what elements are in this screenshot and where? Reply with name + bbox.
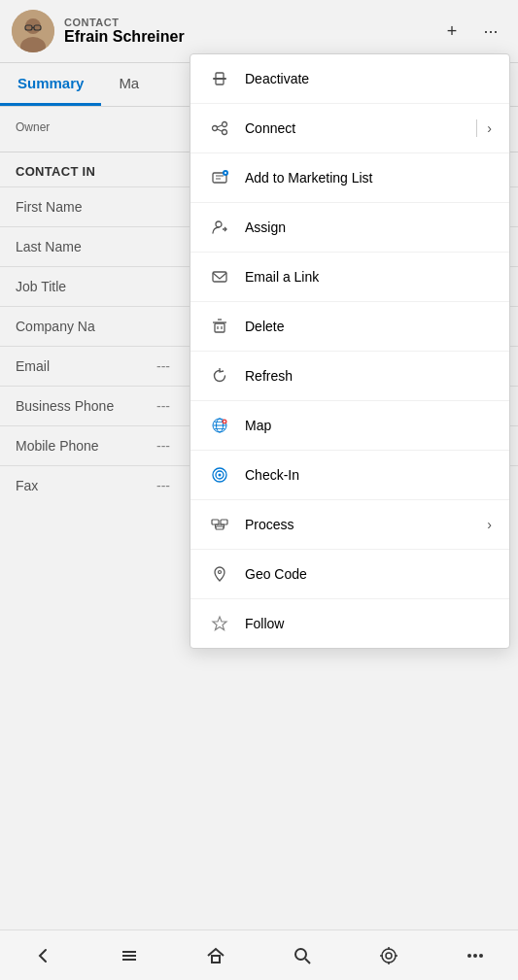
svg-rect-38: [221, 520, 227, 524]
svg-line-50: [305, 959, 310, 963]
deactivate-icon: [208, 67, 231, 90]
assign-label: Assign: [245, 220, 492, 235]
process-label: Process: [245, 517, 487, 532]
svg-line-12: [218, 129, 223, 131]
svg-rect-21: [213, 272, 226, 282]
svg-point-9: [223, 122, 227, 127]
assign-icon: [208, 216, 231, 239]
menu-item-add-marketing[interactable]: Add to Marketing List: [190, 153, 509, 203]
map-icon: [208, 414, 231, 437]
more-nav-button[interactable]: [454, 934, 497, 977]
add-marketing-label: Add to Marketing List: [245, 170, 492, 186]
menu-item-assign[interactable]: Assign: [190, 203, 509, 253]
svg-point-51: [382, 949, 396, 963]
menu-item-email-link[interactable]: Email a Link: [190, 253, 509, 302]
menu-item-checkin[interactable]: Check-In: [190, 451, 509, 500]
svg-point-59: [479, 954, 483, 958]
menu-button[interactable]: [108, 934, 151, 977]
svg-point-8: [213, 126, 218, 131]
svg-point-10: [223, 130, 227, 135]
svg-point-43: [219, 571, 222, 574]
process-icon: [208, 513, 231, 536]
svg-rect-37: [212, 520, 219, 524]
home-button[interactable]: [194, 934, 237, 977]
email-link-icon: [208, 265, 231, 288]
geocode-label: Geo Code: [245, 566, 492, 582]
svg-point-58: [473, 954, 477, 958]
connect-label: Connect: [245, 120, 476, 136]
follow-icon: [208, 612, 231, 635]
connect-icon: [208, 117, 231, 140]
svg-point-57: [467, 954, 471, 958]
delete-label: Delete: [245, 319, 492, 334]
target-button[interactable]: [367, 934, 410, 977]
menu-item-geocode[interactable]: Geo Code: [190, 550, 509, 599]
deactivate-label: Deactivate: [245, 71, 492, 86]
menu-item-connect[interactable]: Connect ›: [190, 104, 509, 153]
checkin-label: Check-In: [245, 467, 492, 483]
refresh-icon: [208, 364, 231, 388]
menu-item-refresh[interactable]: Refresh: [190, 352, 509, 401]
delete-icon: [208, 315, 231, 338]
email-link-label: Email a Link: [245, 269, 492, 285]
svg-rect-48: [212, 956, 220, 963]
search-button[interactable]: [281, 934, 324, 977]
menu-item-follow[interactable]: Follow: [190, 599, 509, 648]
svg-rect-39: [216, 526, 224, 529]
follow-label: Follow: [245, 616, 492, 631]
process-chevron: ›: [487, 517, 492, 532]
svg-marker-44: [213, 617, 226, 630]
checkin-icon: [208, 463, 231, 487]
svg-rect-6: [213, 78, 226, 80]
svg-point-19: [216, 221, 222, 227]
map-label: Map: [245, 418, 492, 433]
geocode-icon: [208, 562, 231, 586]
menu-item-process[interactable]: Process ›: [190, 500, 509, 550]
connect-divider: [476, 119, 477, 137]
svg-point-33: [224, 421, 225, 422]
marketing-icon: [208, 166, 231, 189]
svg-point-36: [219, 474, 222, 477]
refresh-label: Refresh: [245, 368, 492, 384]
connect-chevron: ›: [487, 120, 492, 136]
back-button[interactable]: [21, 934, 64, 977]
context-menu: Deactivate Connect ›: [190, 53, 510, 649]
menu-item-deactivate[interactable]: Deactivate: [190, 54, 509, 104]
svg-point-52: [386, 953, 392, 959]
svg-line-11: [218, 125, 223, 127]
menu-item-delete[interactable]: Delete: [190, 302, 509, 352]
svg-rect-22: [215, 323, 224, 332]
svg-point-49: [295, 949, 306, 960]
menu-item-map[interactable]: Map: [190, 401, 509, 451]
bottom-navigation: [0, 929, 518, 980]
